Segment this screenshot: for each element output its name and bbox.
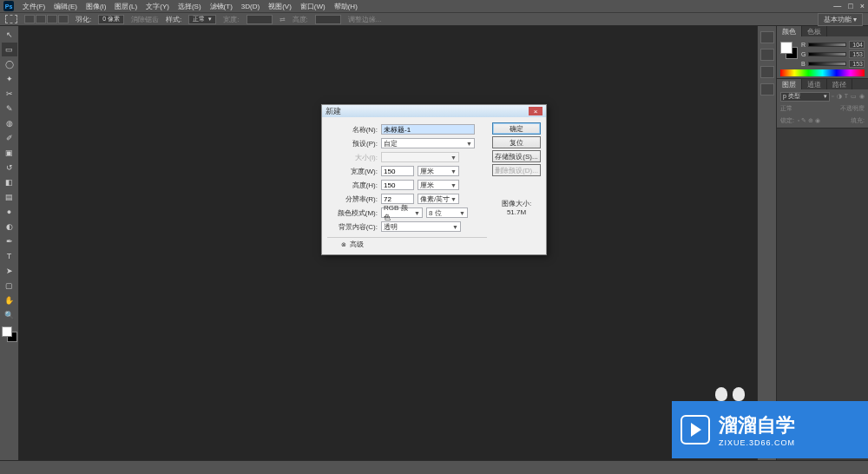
menu-edit[interactable]: 编辑(E) [54, 2, 77, 11]
menu-select[interactable]: 选择(S) [178, 2, 201, 11]
marquee-tool-preview-icon[interactable] [5, 15, 17, 23]
menu-image[interactable]: 图像(I) [86, 2, 107, 11]
menu-type[interactable]: 文字(Y) [146, 2, 169, 11]
tab-paths[interactable]: 路径 [827, 79, 852, 89]
workspace-switcher[interactable]: 基本功能 ▾ [818, 13, 863, 26]
lasso-tool[interactable]: ◯ [2, 57, 17, 71]
height-input[interactable] [381, 180, 414, 190]
tab-channels[interactable]: 通道 [802, 79, 827, 89]
save-preset-button[interactable]: 存储预设(S)... [492, 150, 541, 162]
size-label: 大小(I): [327, 153, 378, 162]
watermark-title: 溜溜自学 [719, 412, 795, 438]
antialias-checkbox[interactable]: 消除锯齿 [131, 15, 159, 24]
height-label: 高度(H): [327, 181, 378, 190]
watermark: 溜溜自学 ZIXUE.3D66.COM [672, 401, 868, 458]
zoom-tool[interactable]: 🔍 [2, 308, 17, 322]
close-icon[interactable]: × [860, 2, 865, 10]
advanced-toggle[interactable]: ⊗ 高级 [327, 237, 487, 249]
width-input[interactable] [247, 15, 273, 24]
opacity-label: 不透明度 [840, 104, 865, 113]
healing-tool[interactable]: ◍ [2, 116, 17, 130]
height-unit-dropdown[interactable]: 厘米▼ [418, 180, 459, 190]
refine-edge-button[interactable]: 调整边缘... [348, 15, 382, 24]
clone-tool[interactable]: ▣ [2, 146, 17, 160]
blur-tool[interactable]: ● [2, 205, 17, 219]
mode-dropdown[interactable]: RGB 颜色▼ [381, 207, 423, 218]
color-swatches[interactable] [2, 326, 17, 342]
character-panel-icon[interactable] [760, 66, 774, 78]
history-brush-tool[interactable]: ↺ [2, 161, 17, 174]
color-spectrum[interactable] [780, 69, 865, 76]
b-value[interactable]: 153 [849, 60, 865, 68]
menu-view[interactable]: 视图(V) [268, 2, 292, 11]
eraser-tool[interactable]: ◧ [2, 175, 17, 189]
crop-tool[interactable]: ✂ [2, 87, 17, 101]
tab-layers[interactable]: 图层 [777, 79, 802, 89]
tab-swatches[interactable]: 色板 [802, 26, 827, 36]
selection-new-button[interactable] [24, 15, 35, 23]
menu-filter[interactable]: 滤镜(T) [210, 2, 233, 11]
status-bar [0, 460, 868, 474]
b-slider[interactable] [808, 62, 846, 66]
style-label: 样式: [166, 15, 181, 24]
dialog-titlebar[interactable]: 新建 × [322, 105, 546, 117]
right-panels: 颜色 色板 R104 G153 B153 图层 通道 路径 [776, 26, 868, 460]
path-select-tool[interactable]: ➤ [2, 264, 17, 278]
resolution-unit-dropdown[interactable]: 像素/英寸▼ [418, 194, 459, 204]
paragraph-panel-icon[interactable] [760, 83, 774, 95]
name-input[interactable] [381, 124, 475, 135]
menu-help[interactable]: 帮助(H) [334, 2, 358, 11]
image-size-info: 图像大小: 51.7M [492, 199, 541, 216]
selection-mode-buttons [24, 15, 69, 23]
r-slider[interactable] [808, 43, 846, 47]
cancel-button[interactable]: 复位 [492, 136, 541, 148]
width-label: 宽度(W): [327, 167, 378, 176]
style-dropdown[interactable]: 正常▾ [188, 15, 216, 24]
g-slider[interactable] [808, 52, 846, 56]
marquee-tool[interactable]: ▭ [2, 43, 17, 56]
move-tool[interactable]: ↖ [2, 28, 17, 42]
shape-tool[interactable]: ▢ [2, 279, 17, 293]
eyedropper-tool[interactable]: ✎ [2, 102, 17, 115]
decorative-feet [715, 387, 745, 401]
bit-dropdown[interactable]: 8 位▼ [426, 207, 468, 218]
panel-fg-color[interactable] [780, 42, 792, 54]
brush-tool[interactable]: ✐ [2, 131, 17, 145]
selection-add-button[interactable] [36, 15, 46, 23]
minimize-icon[interactable]: — [833, 2, 841, 10]
width-unit-dropdown[interactable]: 厘米▼ [418, 166, 459, 176]
menu-file[interactable]: 文件(F) [23, 2, 45, 11]
g-value[interactable]: 153 [849, 50, 865, 58]
magic-wand-tool[interactable]: ✦ [2, 72, 17, 86]
resolution-label: 分辨率(R): [327, 194, 378, 204]
preset-label: 预设(P): [327, 139, 378, 148]
r-value[interactable]: 104 [849, 41, 865, 49]
pen-tool[interactable]: ✒ [2, 234, 17, 248]
selection-intersect-button[interactable] [58, 15, 69, 23]
feather-input[interactable]: 0 像素 [98, 15, 124, 24]
preset-dropdown[interactable]: 自定▼ [381, 138, 475, 148]
dodge-tool[interactable]: ◐ [2, 220, 17, 234]
feather-label: 羽化: [76, 15, 91, 24]
selection-subtract-button[interactable] [47, 15, 57, 23]
history-panel-icon[interactable] [760, 31, 774, 43]
hand-tool[interactable]: ✋ [2, 293, 17, 307]
width-input[interactable] [381, 166, 414, 176]
fg-color[interactable] [2, 326, 12, 337]
type-tool[interactable]: T [2, 249, 17, 263]
ok-button[interactable]: 确定 [492, 122, 541, 135]
menu-3d[interactable]: 3D(D) [241, 3, 260, 10]
watermark-url: ZIXUE.3D66.COM [719, 438, 795, 447]
layer-filter-dropdown[interactable]: p 类型▾ [780, 92, 830, 102]
maximize-icon[interactable]: □ [848, 2, 852, 10]
chevron-icon: ⊗ [341, 241, 346, 248]
menu-layer[interactable]: 图层(L) [115, 2, 137, 11]
tab-color[interactable]: 颜色 [777, 26, 802, 36]
bg-dropdown[interactable]: 透明▼ [381, 221, 461, 232]
dialog-close-button[interactable]: × [529, 107, 542, 115]
right-dock [757, 26, 776, 460]
menu-window[interactable]: 窗口(W) [300, 2, 326, 11]
gradient-tool[interactable]: ▤ [2, 190, 17, 204]
properties-panel-icon[interactable] [760, 49, 774, 61]
height-input[interactable] [315, 15, 341, 24]
